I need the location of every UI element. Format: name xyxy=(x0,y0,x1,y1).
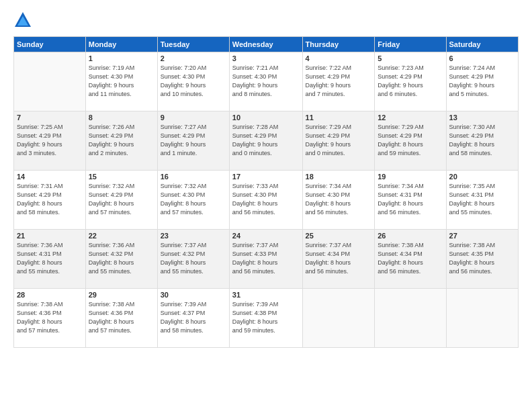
day-info: Sunrise: 7:21 AMSunset: 4:30 PMDaylight:… xyxy=(232,64,300,99)
day-number: 25 xyxy=(306,232,372,240)
day-info: Sunrise: 7:29 AMSunset: 4:29 PMDaylight:… xyxy=(306,123,372,158)
calendar-cell: 3Sunrise: 7:21 AMSunset: 4:30 PMDaylight… xyxy=(229,52,302,111)
calendar-cell: 17Sunrise: 7:33 AMSunset: 4:30 PMDayligh… xyxy=(229,171,302,230)
calendar-cell: 14Sunrise: 7:31 AMSunset: 4:29 PMDayligh… xyxy=(14,171,86,230)
calendar-cell: 9Sunrise: 7:27 AMSunset: 4:29 PMDaylight… xyxy=(157,111,229,171)
col-header-wednesday: Wednesday xyxy=(229,37,302,52)
calendar-header-row: SundayMondayTuesdayWednesdayThursdayFrid… xyxy=(14,37,519,52)
day-number: 1 xyxy=(89,54,154,62)
calendar-cell xyxy=(302,289,375,348)
calendar-cell: 20Sunrise: 7:35 AMSunset: 4:31 PMDayligh… xyxy=(446,171,518,230)
day-info: Sunrise: 7:37 AMSunset: 4:34 PMDaylight:… xyxy=(306,241,372,276)
day-info: Sunrise: 7:39 AMSunset: 4:37 PMDaylight:… xyxy=(161,300,226,335)
day-info: Sunrise: 7:38 AMSunset: 4:36 PMDaylight:… xyxy=(89,300,154,335)
day-number: 15 xyxy=(89,173,154,181)
calendar-cell: 1Sunrise: 7:19 AMSunset: 4:30 PMDaylight… xyxy=(85,52,157,111)
calendar-cell xyxy=(375,289,446,348)
day-info: Sunrise: 7:34 AMSunset: 4:30 PMDaylight:… xyxy=(306,182,372,217)
day-number: 31 xyxy=(232,291,300,299)
day-number: 11 xyxy=(306,113,372,122)
calendar-cell: 25Sunrise: 7:37 AMSunset: 4:34 PMDayligh… xyxy=(302,230,375,289)
day-info: Sunrise: 7:35 AMSunset: 4:31 PMDaylight:… xyxy=(449,182,515,217)
day-info: Sunrise: 7:25 AMSunset: 4:29 PMDaylight:… xyxy=(17,123,83,158)
header xyxy=(13,11,519,30)
col-header-friday: Friday xyxy=(375,37,446,52)
calendar-cell: 18Sunrise: 7:34 AMSunset: 4:30 PMDayligh… xyxy=(302,171,375,230)
day-info: Sunrise: 7:20 AMSunset: 4:30 PMDaylight:… xyxy=(161,64,226,99)
calendar-cell: 15Sunrise: 7:32 AMSunset: 4:29 PMDayligh… xyxy=(85,171,157,230)
day-info: Sunrise: 7:30 AMSunset: 4:29 PMDaylight:… xyxy=(449,123,515,158)
logo-icon xyxy=(13,11,32,30)
calendar-week-row: 21Sunrise: 7:36 AMSunset: 4:31 PMDayligh… xyxy=(14,230,519,289)
calendar-cell: 16Sunrise: 7:32 AMSunset: 4:30 PMDayligh… xyxy=(157,171,229,230)
day-number: 18 xyxy=(306,173,372,181)
day-info: Sunrise: 7:26 AMSunset: 4:29 PMDaylight:… xyxy=(89,123,154,158)
day-info: Sunrise: 7:38 AMSunset: 4:35 PMDaylight:… xyxy=(449,241,515,276)
day-number: 30 xyxy=(161,291,226,299)
day-number: 14 xyxy=(17,173,83,181)
col-header-saturday: Saturday xyxy=(446,37,518,52)
calendar-cell: 19Sunrise: 7:34 AMSunset: 4:31 PMDayligh… xyxy=(375,171,446,230)
day-info: Sunrise: 7:37 AMSunset: 4:33 PMDaylight:… xyxy=(232,241,300,276)
day-number: 21 xyxy=(17,232,83,240)
calendar-cell: 22Sunrise: 7:36 AMSunset: 4:32 PMDayligh… xyxy=(85,230,157,289)
day-number: 8 xyxy=(89,113,154,122)
calendar-cell: 7Sunrise: 7:25 AMSunset: 4:29 PMDaylight… xyxy=(14,111,86,171)
calendar-cell: 10Sunrise: 7:28 AMSunset: 4:29 PMDayligh… xyxy=(229,111,302,171)
day-info: Sunrise: 7:36 AMSunset: 4:32 PMDaylight:… xyxy=(89,241,154,276)
day-info: Sunrise: 7:37 AMSunset: 4:32 PMDaylight:… xyxy=(161,241,226,276)
day-number: 20 xyxy=(449,173,515,181)
calendar-cell: 11Sunrise: 7:29 AMSunset: 4:29 PMDayligh… xyxy=(302,111,375,171)
day-info: Sunrise: 7:38 AMSunset: 4:34 PMDaylight:… xyxy=(378,241,443,276)
calendar-cell: 23Sunrise: 7:37 AMSunset: 4:32 PMDayligh… xyxy=(157,230,229,289)
day-number: 10 xyxy=(232,113,300,122)
calendar-week-row: 7Sunrise: 7:25 AMSunset: 4:29 PMDaylight… xyxy=(14,111,519,171)
day-number: 3 xyxy=(232,54,300,62)
day-info: Sunrise: 7:34 AMSunset: 4:31 PMDaylight:… xyxy=(378,182,443,217)
calendar-cell: 30Sunrise: 7:39 AMSunset: 4:37 PMDayligh… xyxy=(157,289,229,348)
calendar-cell: 6Sunrise: 7:24 AMSunset: 4:29 PMDaylight… xyxy=(446,52,518,111)
calendar-week-row: 14Sunrise: 7:31 AMSunset: 4:29 PMDayligh… xyxy=(14,171,519,230)
day-info: Sunrise: 7:28 AMSunset: 4:29 PMDaylight:… xyxy=(232,123,300,158)
day-info: Sunrise: 7:36 AMSunset: 4:31 PMDaylight:… xyxy=(17,241,83,276)
day-number: 16 xyxy=(161,173,226,181)
calendar-cell: 29Sunrise: 7:38 AMSunset: 4:36 PMDayligh… xyxy=(85,289,157,348)
calendar-week-row: 28Sunrise: 7:38 AMSunset: 4:36 PMDayligh… xyxy=(14,289,519,348)
calendar-cell xyxy=(14,52,86,111)
col-header-monday: Monday xyxy=(85,37,157,52)
day-number: 6 xyxy=(449,54,515,62)
day-info: Sunrise: 7:32 AMSunset: 4:29 PMDaylight:… xyxy=(89,182,154,217)
day-info: Sunrise: 7:27 AMSunset: 4:29 PMDaylight:… xyxy=(161,123,226,158)
calendar-cell xyxy=(446,289,518,348)
day-number: 23 xyxy=(161,232,226,240)
calendar-cell: 8Sunrise: 7:26 AMSunset: 4:29 PMDaylight… xyxy=(85,111,157,171)
day-info: Sunrise: 7:22 AMSunset: 4:29 PMDaylight:… xyxy=(306,64,372,99)
calendar-cell: 21Sunrise: 7:36 AMSunset: 4:31 PMDayligh… xyxy=(14,230,86,289)
day-info: Sunrise: 7:39 AMSunset: 4:38 PMDaylight:… xyxy=(232,300,300,335)
day-number: 19 xyxy=(378,173,443,181)
calendar-cell: 26Sunrise: 7:38 AMSunset: 4:34 PMDayligh… xyxy=(375,230,446,289)
day-info: Sunrise: 7:29 AMSunset: 4:29 PMDaylight:… xyxy=(378,123,443,158)
day-number: 17 xyxy=(232,173,300,181)
calendar-cell: 28Sunrise: 7:38 AMSunset: 4:36 PMDayligh… xyxy=(14,289,86,348)
day-number: 4 xyxy=(306,54,372,62)
day-number: 9 xyxy=(161,113,226,122)
day-info: Sunrise: 7:31 AMSunset: 4:29 PMDaylight:… xyxy=(17,182,83,217)
col-header-tuesday: Tuesday xyxy=(157,37,229,52)
calendar-cell: 31Sunrise: 7:39 AMSunset: 4:38 PMDayligh… xyxy=(229,289,302,348)
day-number: 13 xyxy=(449,113,515,122)
day-number: 24 xyxy=(232,232,300,240)
page: SundayMondayTuesdayWednesdayThursdayFrid… xyxy=(0,0,532,411)
day-info: Sunrise: 7:19 AMSunset: 4:30 PMDaylight:… xyxy=(89,64,154,99)
day-info: Sunrise: 7:38 AMSunset: 4:36 PMDaylight:… xyxy=(17,300,83,335)
logo xyxy=(13,11,35,30)
calendar-cell: 2Sunrise: 7:20 AMSunset: 4:30 PMDaylight… xyxy=(157,52,229,111)
day-number: 28 xyxy=(17,291,83,299)
calendar-table: SundayMondayTuesdayWednesdayThursdayFrid… xyxy=(13,36,519,348)
calendar-week-row: 1Sunrise: 7:19 AMSunset: 4:30 PMDaylight… xyxy=(14,52,519,111)
day-number: 29 xyxy=(89,291,154,299)
calendar-cell: 4Sunrise: 7:22 AMSunset: 4:29 PMDaylight… xyxy=(302,52,375,111)
calendar-cell: 12Sunrise: 7:29 AMSunset: 4:29 PMDayligh… xyxy=(375,111,446,171)
col-header-sunday: Sunday xyxy=(14,37,86,52)
day-info: Sunrise: 7:24 AMSunset: 4:29 PMDaylight:… xyxy=(449,64,515,99)
